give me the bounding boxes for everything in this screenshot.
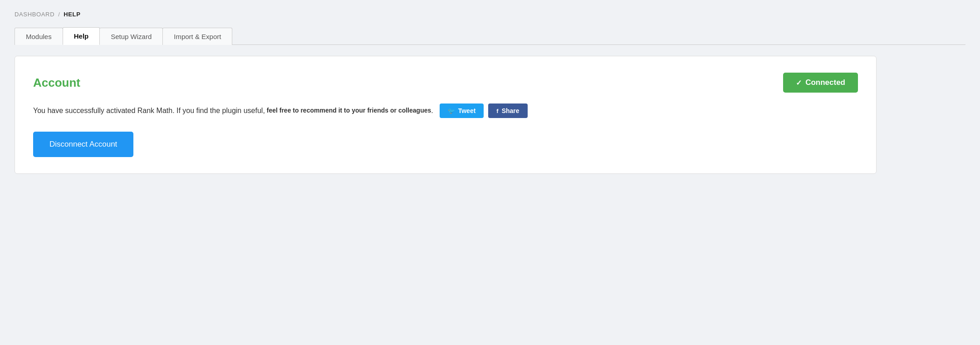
check-icon: ✓ — [796, 79, 802, 87]
connected-badge-button[interactable]: ✓ Connected — [783, 73, 858, 93]
twitter-icon: 🐦 — [448, 108, 455, 114]
share-label: Share — [502, 107, 519, 114]
tab-modules[interactable]: Modules — [15, 28, 63, 45]
card-title: Account — [33, 76, 80, 90]
connected-label: Connected — [805, 78, 845, 87]
breadcrumb-current: HELP — [64, 11, 80, 18]
facebook-icon: f — [496, 108, 498, 114]
description-text-part1: You have successfully activated Rank Mat… — [33, 104, 265, 118]
tweet-button[interactable]: 🐦 Tweet — [440, 104, 484, 118]
facebook-share-button[interactable]: f Share — [488, 104, 527, 118]
description-period: . — [431, 104, 433, 118]
breadcrumb: DASHBOARD / HELP — [15, 11, 965, 18]
disconnect-account-button[interactable]: Disconnect Account — [33, 132, 133, 157]
social-buttons: 🐦 Tweet f Share — [440, 104, 528, 118]
tabs-container: Modules Help Setup Wizard Import & Expor… — [15, 27, 965, 45]
tweet-label: Tweet — [458, 107, 476, 114]
account-card: Account ✓ Connected You have successfull… — [15, 56, 877, 174]
tab-setup-wizard[interactable]: Setup Wizard — [99, 28, 163, 45]
breadcrumb-dashboard: DASHBOARD — [15, 11, 54, 18]
card-header: Account ✓ Connected — [33, 73, 858, 93]
breadcrumb-separator: / — [58, 11, 60, 18]
tab-help[interactable]: Help — [63, 27, 100, 45]
description-row: You have successfully activated Rank Mat… — [33, 104, 858, 118]
description-text-bold: feel free to recommend it to your friend… — [267, 105, 431, 116]
tab-import-export[interactable]: Import & Export — [162, 28, 232, 45]
